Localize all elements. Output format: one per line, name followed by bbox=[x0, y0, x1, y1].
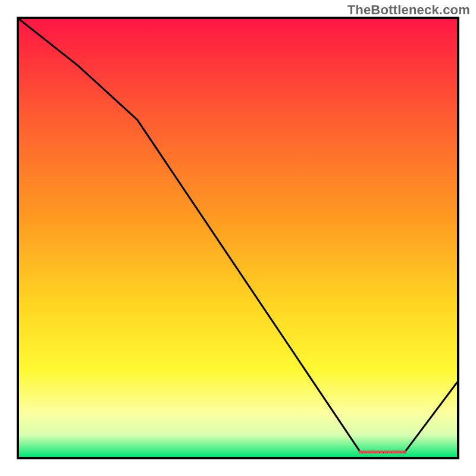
chart-container: TheBottleneck.com bbox=[0, 0, 476, 476]
plot-svg bbox=[19, 19, 457, 457]
watermark-label: TheBottleneck.com bbox=[347, 2, 470, 18]
min-marker bbox=[359, 452, 406, 453]
plot-frame bbox=[17, 17, 459, 459]
background-gradient bbox=[19, 19, 457, 457]
